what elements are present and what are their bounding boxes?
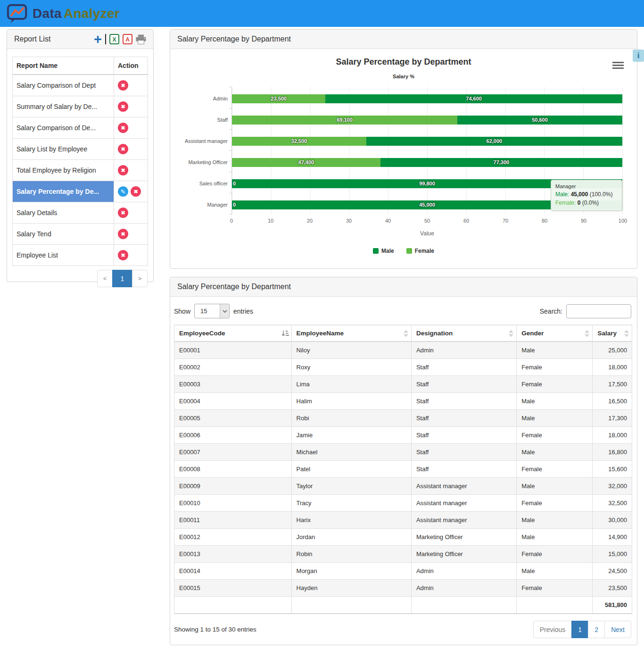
column-label: EmployeeCode	[179, 330, 225, 337]
page-1-button[interactable]: 1	[571, 621, 588, 638]
report-name-cell[interactable]: Employee List	[13, 245, 114, 266]
previous-page-button[interactable]: Previous	[533, 621, 572, 638]
bar-row: Marketing Officer47,40077,300	[232, 158, 622, 167]
info-icon[interactable]: i	[633, 50, 644, 62]
table-cell: Staff	[411, 410, 516, 427]
table-cell: Staff	[411, 376, 516, 393]
table-cell: Hayden	[291, 580, 411, 597]
bar-value-label: 77,300	[380, 158, 622, 167]
search-control: Search:	[540, 304, 631, 318]
bar-segment-female[interactable]: 69,100	[232, 116, 457, 125]
bar-segment-male[interactable]: 74,600	[325, 94, 622, 103]
delete-report-icon[interactable]: ✖	[118, 165, 128, 175]
report-name-cell[interactable]: Total Employee by Religion	[13, 160, 114, 181]
report-name-cell[interactable]: Summary of Salary by De...	[13, 96, 114, 117]
add-report-icon[interactable]: +	[94, 34, 102, 44]
delete-report-icon[interactable]: ✖	[118, 208, 128, 218]
chart-panel-heading: Salary Percentage by Department	[170, 30, 637, 49]
delete-report-icon[interactable]: ✖	[118, 80, 128, 91]
x-axis-ticks: 0102030405060708090100	[231, 218, 623, 225]
delete-report-icon[interactable]: ✖	[118, 229, 128, 239]
bar-segment-male[interactable]: 50,600	[457, 116, 622, 125]
table-footer-bar: Showing 1 to 15 of 30 entries Previous12…	[170, 614, 637, 638]
table-cell: 17,500	[593, 376, 632, 393]
search-label: Search:	[540, 308, 562, 315]
delete-report-icon[interactable]: ✖	[131, 186, 141, 197]
table-row: E00011HarixAssistant managerMale30,000	[174, 512, 632, 529]
x-axis-tick-label: 50	[424, 218, 430, 224]
table-row: E00006JamieStaffFemale18,000	[174, 427, 632, 444]
report-action-cell: ✖	[114, 139, 148, 160]
report-name-cell[interactable]: Salary List by Employee	[13, 139, 114, 160]
table-cell: E00005	[174, 410, 292, 427]
table-cell: 25,000	[593, 341, 632, 359]
table-cell: Jamie	[291, 427, 411, 444]
bar-segment-male[interactable]: 77,300	[380, 158, 622, 167]
next-page-button[interactable]: Next	[604, 621, 631, 638]
app-title-primary: Data	[33, 6, 62, 21]
legend-item-female[interactable]: Female	[406, 248, 434, 254]
column-header-salary[interactable]: Salary	[593, 325, 632, 341]
legend-swatch	[373, 248, 379, 254]
pdf-export-icon[interactable]: A	[123, 34, 132, 44]
table-cell: Lima	[291, 376, 411, 393]
report-name-cell[interactable]: Salary Comparison of De...	[13, 117, 114, 139]
delete-report-icon[interactable]: ✖	[118, 144, 128, 154]
table-cell: Harix	[291, 512, 411, 529]
table-row: E00009TaylorAssistant managerMale32,000	[174, 478, 632, 495]
table-cell: Jordan	[291, 529, 411, 546]
excel-export-icon[interactable]: X	[109, 34, 119, 44]
chart-menu-icon[interactable]	[612, 60, 624, 70]
table-cell: Michael	[291, 444, 411, 461]
x-axis-tick-label: 40	[385, 218, 391, 224]
bar-segment-female[interactable]: 32,500	[232, 137, 366, 146]
page-2-button[interactable]: 2	[588, 621, 605, 638]
edit-report-icon[interactable]: ✎	[118, 186, 128, 197]
column-header-designation[interactable]: Designation	[411, 325, 516, 341]
page-length-select[interactable]: 15	[194, 304, 230, 318]
report-prev-page-button[interactable]: <	[97, 270, 113, 287]
chart-subtitle: Salary %	[170, 74, 637, 79]
bar-segment-female[interactable]: 23,500	[232, 94, 325, 103]
table-cell: Female	[517, 580, 593, 597]
table-cell: E00014	[174, 563, 292, 580]
column-header-employeecode[interactable]: EmployeeCode	[174, 325, 292, 341]
chart-panel: Salary Percentage by Department i Salary…	[170, 29, 637, 269]
delete-report-icon[interactable]: ✖	[118, 250, 128, 260]
print-icon[interactable]	[136, 34, 146, 44]
report-page-1-button[interactable]: 1	[112, 270, 132, 287]
brand: DataAnalyzer	[7, 4, 120, 24]
bar-segment-male[interactable]: 62,000	[366, 137, 622, 146]
table-cell: Male	[517, 478, 593, 495]
column-header-gender[interactable]: Gender	[517, 325, 593, 341]
table-cell: Male	[517, 563, 593, 580]
report-name-cell[interactable]: Salary Percentage by De...	[13, 181, 114, 202]
report-next-page-button[interactable]: >	[132, 270, 148, 287]
app-title: DataAnalyzer	[33, 6, 120, 21]
legend-item-male[interactable]: Male	[373, 248, 394, 254]
x-axis-tick-label: 60	[463, 218, 469, 224]
report-list-row: Employee List✖	[13, 245, 148, 266]
bar-segment-female[interactable]: 47,400	[232, 158, 380, 167]
table-cell: E00011	[174, 512, 292, 529]
y-axis-tick	[229, 214, 232, 215]
table-cell: E00015	[174, 580, 292, 597]
table-cell: 32,000	[593, 478, 632, 495]
column-header-employeename[interactable]: EmployeeName	[291, 325, 411, 341]
table-row: E00012JordanMarketing OfficerMale14,900	[174, 529, 632, 546]
report-name-cell[interactable]: Salary Comparison of Dept	[13, 75, 114, 96]
delete-report-icon[interactable]: ✖	[118, 101, 128, 112]
delete-report-icon[interactable]: ✖	[118, 123, 128, 133]
table-cell: Staff	[411, 393, 516, 410]
svg-text:A: A	[125, 36, 130, 43]
tooltip-lines: Male: 45,000 (100.0%)Female: 0 (0.0%)	[555, 190, 618, 207]
table-cell: Niloy	[291, 341, 411, 359]
table-panel-title: Salary Percentage by Department	[177, 283, 291, 291]
table-cell: 18,000	[593, 359, 632, 376]
x-axis-tick-label: 70	[503, 218, 508, 224]
search-input[interactable]	[566, 304, 631, 318]
bar-value-label: 69,100	[232, 116, 457, 125]
report-name-cell[interactable]: Salary Details	[13, 202, 114, 224]
report-name-cell[interactable]: Salary Tend	[13, 224, 114, 245]
table-cell: Admin	[411, 563, 516, 580]
